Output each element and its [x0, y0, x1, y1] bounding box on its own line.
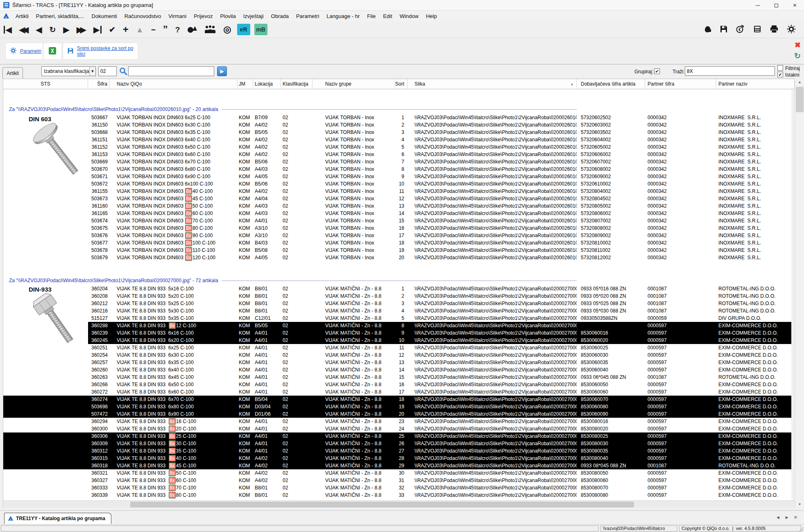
column-header-jm[interactable]: JM [238, 79, 253, 89]
table-row[interactable]: 360251VIJAK TE 8.8 DIN 933 6x25 C-100KOM… [3, 344, 791, 351]
menu-item-plovila[interactable]: Plovila [216, 12, 239, 20]
menu-item-parametri[interactable]: Parametri [292, 12, 323, 20]
table-row[interactable]: 503667VIJAK TORBAN INOX DIN603 6x25 C-10… [3, 114, 791, 121]
menu-item-virmani[interactable]: Virmani [165, 12, 190, 20]
table-row[interactable]: 360260VIJAK TE 8.8 DIN 933 6x40 C-100KOM… [3, 366, 791, 374]
table-row[interactable]: 360309VIJAK TE 8.8 DIN 933 8x30 C-100KOM… [3, 440, 791, 447]
last-record-icon[interactable]: ▶ [93, 26, 102, 34]
menu-item-window[interactable]: Window [396, 12, 422, 20]
table-row[interactable]: 360208VIJAK TE 8.8 DIN 933 5x20 C-100KOM… [3, 292, 791, 300]
trazi-input[interactable] [685, 66, 775, 76]
tab-artikli[interactable]: Artikli [2, 67, 23, 79]
table-row[interactable]: 360204VIJAK TE 8.8 DIN 933 5x16 C-100KOM… [3, 285, 791, 292]
istakni-checkbox[interactable] [777, 72, 783, 77]
table-row[interactable]: 360257VIJAK TE 8.8 DIN 933 6x35 C-100KOM… [3, 359, 791, 366]
fast-backward-icon[interactable]: ◀◀ [19, 26, 29, 34]
table-row[interactable]: 360263VIJAK TE 8.8 DIN 933 6x45 C-100KOM… [3, 374, 791, 381]
tab-scroll-arrows[interactable]: ◄ ► ✕ [776, 515, 799, 520]
chevron-down-icon[interactable]: ▼ [89, 67, 95, 76]
previous-record-icon[interactable]: ◀ [36, 26, 42, 34]
table-row[interactable]: 360212VIJAK TE 8.8 DIN 933 5x25 C-100KOM… [3, 300, 791, 307]
table-row[interactable]: 361151VIJAK TORBAN INOX DIN603 6x40 C-10… [3, 136, 791, 143]
table-row[interactable]: 361160VIJAK TORBAN INOX DIN603 8x50 C-10… [3, 202, 791, 210]
menu-item-artikli[interactable]: Artikli [12, 12, 32, 20]
column-header-klas[interactable]: Klasifikacija [281, 79, 313, 89]
excel-export-button[interactable] [43, 43, 61, 59]
help-icon[interactable]: ? [175, 26, 180, 34]
menu-item-file[interactable]: File [363, 12, 379, 20]
table-row[interactable]: 360306VIJAK TE 8.8 DIN 933 8x25 C-100KOM… [3, 432, 791, 440]
column-header-pnaz[interactable]: Partner naziv [716, 79, 795, 89]
table-row[interactable]: 361153VIJAK TORBAN INOX DIN603 6x60 C-10… [3, 151, 791, 158]
er-button[interactable]: eR [237, 24, 250, 35]
table-row[interactable]: 360339VIJAK TE 8.8 DIN 933 8x80 C-100KOM… [3, 491, 791, 499]
tab-tre11yy[interactable]: TRE11YY - Katalog artikla po grupama [4, 513, 111, 524]
column-header-name[interactable]: Naziv QiQo [109, 79, 238, 89]
table-row[interactable]: 503679VIJAK TORBAN INOX DIN603 8x120 C-1… [3, 254, 791, 261]
column-header-sts[interactable]: STS [3, 79, 88, 89]
column-header-lok[interactable]: Lokacija [253, 79, 281, 89]
table-row[interactable]: 360312VIJAK TE 8.8 DIN 933 8x35 C-100KOM… [3, 447, 791, 455]
table-row[interactable]: 503668VIJAK TORBAN INOX DIN603 6x35 C-10… [3, 129, 791, 136]
table-row[interactable]: 360272VIJAK TE 8.8 DIN 933 6x60 C-100KOM… [3, 388, 791, 396]
parametri-button[interactable]: Parametri [6, 43, 43, 59]
vertical-scroll-thumb[interactable] [796, 87, 804, 112]
table-row[interactable]: 361152VIJAK TORBAN INOX DIN603 6x50 C-10… [3, 143, 791, 151]
table-row[interactable]: 360333VIJAK TE 8.8 DIN 933 8x70 C-100KOM… [3, 484, 791, 491]
horizontal-scrollbar[interactable] [3, 500, 795, 508]
menu-item-izvje-taji[interactable]: Izvještaji [240, 12, 267, 20]
column-header-sort[interactable]: Sort [395, 79, 408, 89]
table-row[interactable]: 361165VIJAK TORBAN INOX DIN603 8x60 C-10… [3, 210, 791, 217]
hand-icon[interactable] [703, 25, 711, 34]
menu-item-prijevoz[interactable]: Prijevoz [190, 12, 216, 20]
refresh-icon[interactable]: ↻ [49, 26, 56, 34]
run-search-button[interactable]: ▶ [217, 66, 227, 76]
menu-item-language-hr[interactable]: Language - hr [323, 12, 363, 20]
table-row[interactable]: 503674VIJAK TORBAN INOX DIN603 8x70 C-10… [3, 217, 791, 224]
scroll-up-icon[interactable]: ▲ [795, 79, 804, 86]
close-button[interactable]: ✕ [786, 0, 804, 11]
print-icon[interactable] [770, 25, 779, 34]
classification-dropdown[interactable]: Izabrana klasifikacija ▼ [41, 66, 96, 76]
add-icon[interactable]: + [123, 25, 129, 34]
table-row[interactable]: 360216VIJAK TE 8.8 DIN 933 5x30 C-100KOM… [3, 307, 791, 315]
menu-item-partneri-skladi-ta[interactable]: Partneri, skladišta,... [32, 12, 88, 20]
table-row[interactable]: 507472VIJAK TE 8.8 DIN 933 6x90 C-100KOM… [3, 410, 791, 418]
table-row[interactable]: 503676VIJAK TORBAN INOX DIN603 8x90 C-10… [3, 232, 791, 239]
table-row[interactable]: 360245VIJAK TE 8.8 DIN 933 6x20 C-100KOM… [3, 337, 791, 344]
resize-grip[interactable] [799, 527, 804, 532]
scroll-down-icon[interactable]: ▼ [795, 501, 804, 508]
table-row[interactable]: 360294VIJAK TE 8.8 DIN 933 8x16 C-100KOM… [3, 418, 791, 425]
location-target-icon[interactable]: ◎ [223, 25, 231, 34]
table-row[interactable]: 360318VIJAK TE 8.8 DIN 933 8x45 C-100KOM… [3, 462, 791, 469]
next-record-icon[interactable]: ▶ [63, 26, 69, 34]
search-icon[interactable] [119, 67, 127, 77]
shapes-chart-icon[interactable] [187, 25, 197, 34]
vertical-scrollbar[interactable]: ▲ ▼ [795, 79, 804, 508]
menu-item-ra-unovodstvo[interactable]: Računovodstvo [121, 12, 165, 20]
table-row[interactable]: 360300VIJAK TE 8.8 DIN 933 8x20 C-100KOM… [3, 425, 791, 432]
refresh-panel-icon[interactable]: ↻ [794, 51, 801, 61]
menu-item-dokumenti[interactable]: Dokumenti [88, 12, 121, 20]
table-row[interactable]: 360274VIJAK TE 8.8 DIN 933 6x70 C-100KOM… [3, 396, 791, 403]
table-row[interactable]: 503677VIJAK TORBAN INOX DIN603 8x100 C-1… [3, 239, 791, 247]
snimi-postavke-button[interactable]: Snimi postavke za sort po slici [63, 43, 138, 59]
table-row[interactable]: 361155VIJAK TORBAN INOX DIN603 8x40 C-10… [3, 188, 791, 195]
minimize-button[interactable] [749, 0, 767, 11]
remove-icon[interactable]: − [151, 26, 156, 34]
table-row[interactable]: 360321VIJAK TE 8.8 DIN 933 8x50 C-100KOM… [3, 469, 791, 477]
triangle-icon[interactable]: ▲ [136, 26, 144, 34]
table-row[interactable]: 503678VIJAK TORBAN INOX DIN603 8x110 C-1… [3, 247, 791, 254]
table-row[interactable]: 360288VIJAK TE 8.8 DIN 933 8x12 C-100KOM… [3, 322, 791, 329]
menu-item-help[interactable]: Help [422, 12, 441, 20]
table-row[interactable]: 503698VIJAK TE 8.8 DIN 933 6x80 C-100KOM… [3, 403, 791, 410]
table-row[interactable]: 515127VIJAK TE 8.8 DIN 933 5x35 C-100KOM… [3, 315, 791, 322]
quotes-icon[interactable]: ” [163, 25, 168, 34]
settings-gear-icon[interactable] [787, 25, 796, 35]
calculator-icon[interactable] [753, 25, 761, 34]
table-row[interactable]: 361150VIJAK TORBAN INOX DIN603 6x30 C-10… [3, 121, 791, 129]
currency-exchange-icon[interactable]: € [736, 25, 745, 34]
table-row[interactable]: 360315VIJAK TE 8.8 DIN 933 8x40 C-100KOM… [3, 455, 791, 462]
save-icon[interactable] [720, 25, 728, 34]
table-row[interactable]: 360266VIJAK TE 8.8 DIN 933 6x50 C-100KOM… [3, 381, 791, 388]
